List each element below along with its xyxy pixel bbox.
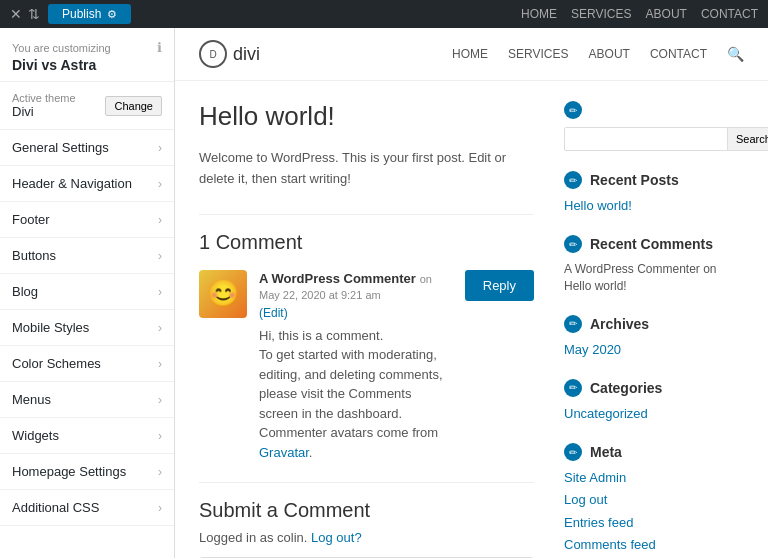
customizer-header-row: You are customizing ℹ [12,40,162,55]
chevron-right-icon: › [158,177,162,191]
site-admin-link[interactable]: Site Admin [564,470,626,485]
log-out-link[interactable]: Log out [564,492,607,507]
comment-avatar: 😊 [199,270,247,318]
menu-item-label: Homepage Settings [12,464,126,479]
gravatar-link[interactable]: Gravatar [259,445,309,460]
list-item: Comments feed [564,536,744,554]
meta-widget: ✏ Meta Site Admin Log out Entries feed C… [564,443,744,558]
submit-comment-section: Submit a Comment Logged in as colin. Log… [199,482,534,558]
chevron-right-icon: › [158,357,162,371]
top-nav-home[interactable]: HOME [521,7,557,21]
comment-item: 😊 A WordPress Commenter on May 22, 2020 … [199,270,534,463]
menu-item-label: Footer [12,212,50,227]
nav-about[interactable]: ABOUT [589,47,630,61]
search-icon[interactable]: 🔍 [727,46,744,62]
customizer-menu-item[interactable]: Blog› [0,274,174,310]
customizer-menu-item[interactable]: Widgets› [0,418,174,454]
active-theme-info: Active theme Divi [12,92,76,119]
recent-comment-text: A WordPress Commenter on Hello world! [564,261,744,295]
archives-title-row: ✏ Archives [564,315,744,333]
active-theme-name: Divi [12,104,76,119]
preview-area: D divi HOME SERVICES ABOUT CONTACT 🔍 Hel… [175,28,768,558]
nav-contact[interactable]: CONTACT [650,47,707,61]
search-widget-title-row: ✏ [564,101,744,119]
customizer-header-label: You are customizing [12,42,111,54]
list-item: Hello world! [564,197,744,215]
recent-posts-widget: ✏ Recent Posts Hello world! [564,171,744,215]
nav-home[interactable]: HOME [452,47,488,61]
chevron-right-icon: › [158,285,162,299]
entries-feed-link[interactable]: Entries feed [564,515,633,530]
categories-title-row: ✏ Categories [564,379,744,397]
change-theme-button[interactable]: Change [105,96,162,116]
meta-title: Meta [590,444,622,460]
customizer-sidebar: You are customizing ℹ Divi vs Astra Acti… [0,28,175,558]
recent-post-link[interactable]: Hello world! [564,198,632,213]
list-item: Site Admin [564,469,744,487]
customizer-menu-item[interactable]: General Settings› [0,130,174,166]
search-input[interactable] [564,127,728,151]
logo-text: divi [233,44,260,65]
submit-comment-title: Submit a Comment [199,499,534,522]
logout-link[interactable]: Log out? [311,530,362,545]
customizer-menu-item[interactable]: Homepage Settings› [0,454,174,490]
logo-d: D [209,49,216,60]
customizer-menu-item[interactable]: Header & Navigation› [0,166,174,202]
pencil-icon-recent-comments: ✏ [564,235,582,253]
search-button[interactable]: Search [728,127,768,151]
comments-title: 1 Comment [199,214,534,254]
list-item: Log out [564,491,744,509]
customizer-menu-item[interactable]: Color Schemes› [0,346,174,382]
comment-edit-link[interactable]: (Edit) [259,306,453,320]
search-widget: ✏ Search [564,101,744,151]
logged-in-as: Logged in as colin. Log out? [199,530,534,545]
site-logo: D divi [199,40,260,68]
admin-bar-icons: ✕ ⇅ [10,6,40,22]
customizer-menu: General Settings›Header & Navigation›Foo… [0,130,174,558]
chevron-right-icon: › [158,393,162,407]
gear-icon: ⚙ [107,8,117,21]
categories-widget: ✏ Categories Uncategorized [564,379,744,423]
archive-link[interactable]: May 2020 [564,342,621,357]
top-nav-about[interactable]: ABOUT [646,7,687,21]
customizer-menu-item[interactable]: Footer› [0,202,174,238]
main-content: Hello world! Welcome to WordPress. This … [199,101,534,558]
info-icon[interactable]: ℹ [157,40,162,55]
comment-author: A WordPress Commenter [259,271,416,286]
reply-button[interactable]: Reply [465,270,534,301]
recent-comments-widget: ✏ Recent Comments A WordPress Commenter … [564,235,744,295]
categories-list: Uncategorized [564,405,744,423]
site-header: D divi HOME SERVICES ABOUT CONTACT 🔍 [175,28,768,81]
chevron-right-icon: › [158,213,162,227]
comments-feed-link[interactable]: Comments feed [564,537,656,552]
customizer-header: You are customizing ℹ Divi vs Astra [0,28,174,82]
recent-posts-title: Recent Posts [590,172,679,188]
customizer-menu-item[interactable]: Buttons› [0,238,174,274]
category-link[interactable]: Uncategorized [564,406,648,421]
publish-button[interactable]: Publish ⚙ [48,4,131,24]
meta-title-row: ✏ Meta [564,443,744,461]
top-nav-contact[interactable]: CONTACT [701,7,758,21]
logo-circle: D [199,40,227,68]
chevron-right-icon: › [158,429,162,443]
avatar-emoji: 😊 [207,278,239,309]
customizer-menu-item[interactable]: Menus› [0,382,174,418]
meta-list: Site Admin Log out Entries feed Comments… [564,469,744,558]
list-item: Uncategorized [564,405,744,423]
comment-author-meta: A WordPress Commenter on May 22, 2020 at… [259,270,453,302]
chevron-right-icon: › [158,501,162,515]
top-nav: HOME SERVICES ABOUT CONTACT [521,7,758,21]
nav-services[interactable]: SERVICES [508,47,568,61]
preview-frame: D divi HOME SERVICES ABOUT CONTACT 🔍 Hel… [175,28,768,558]
comment-header: A WordPress Commenter on May 22, 2020 at… [259,270,453,302]
swap-icon[interactable]: ⇅ [28,6,40,22]
recent-comments-title-row: ✏ Recent Comments [564,235,744,253]
customizer-menu-item[interactable]: Mobile Styles› [0,310,174,346]
menu-item-label: Header & Navigation [12,176,132,191]
customizer-menu-item[interactable]: Additional CSS› [0,490,174,526]
close-icon[interactable]: ✕ [10,6,22,22]
recent-comments-title: Recent Comments [590,236,713,252]
admin-bar-left: ✕ ⇅ Publish ⚙ [10,4,131,24]
top-nav-services[interactable]: SERVICES [571,7,631,21]
post-title: Hello world! [199,101,534,132]
